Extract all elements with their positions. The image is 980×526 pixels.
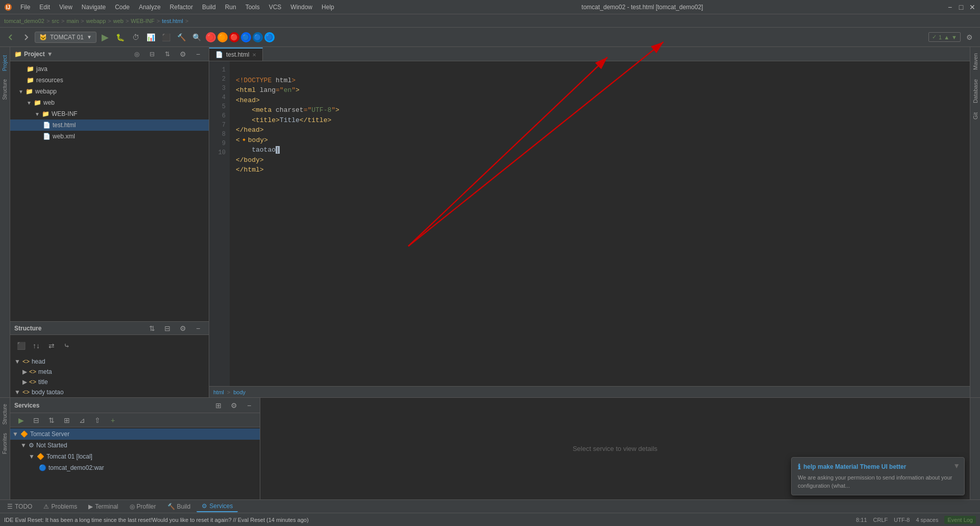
struct-item-head[interactable]: ▼ <> head	[10, 356, 209, 367]
notification-close-button[interactable]: ▼	[953, 462, 960, 470]
breadcrumb-item-0[interactable]: tomcat_demo02	[4, 18, 44, 24]
tab-problems[interactable]: ⚠ Problems	[38, 501, 82, 512]
sort2-button[interactable]: ⊟	[161, 322, 174, 335]
tab-terminal[interactable]: ▶ Terminal	[83, 501, 123, 512]
services-expand-button[interactable]: ⊞	[212, 399, 225, 412]
svc-filter-button[interactable]: ⊿	[76, 414, 89, 427]
tree-item-test-html[interactable]: 📄 test.html	[10, 119, 209, 131]
favorites-side-tab[interactable]: Favorites	[1, 429, 9, 458]
services-hide-button[interactable]: −	[242, 399, 256, 412]
tab-services[interactable]: ⚙ Services	[197, 501, 238, 512]
search-everywhere-button[interactable]: 🔍	[190, 31, 204, 44]
tree-item-webapp[interactable]: ▼ 📁 webapp	[10, 86, 209, 97]
sort-structure-button[interactable]: ⇅	[145, 322, 159, 335]
maximize-button[interactable]: □	[958, 4, 965, 11]
struct-item-meta[interactable]: ▶ <> meta	[10, 367, 209, 377]
edge-icon[interactable]: 🔵	[253, 32, 263, 42]
sort-button[interactable]: ⇅	[161, 47, 174, 61]
indent-setting[interactable]: 4 spaces	[916, 517, 938, 523]
hide-project-button[interactable]: −	[191, 47, 205, 61]
menu-window[interactable]: Window	[286, 2, 316, 12]
breadcrumb-item-1[interactable]: src	[52, 18, 59, 24]
run-button[interactable]: ▶	[99, 31, 112, 44]
menu-help[interactable]: Help	[317, 2, 338, 12]
breadcrumb-item-5[interactable]: WEB-INF	[131, 18, 154, 24]
svc-tomcat-server[interactable]: ▼ 🔶 Tomcat Server	[10, 428, 260, 440]
menu-edit[interactable]: Edit	[35, 2, 54, 12]
tab-todo[interactable]: ☰ TODO	[2, 501, 37, 512]
struct-item-body[interactable]: ▼ <> body taotao	[10, 387, 209, 397]
back-button[interactable]	[4, 31, 17, 44]
breadcrumb-item-3[interactable]: webapp	[86, 18, 106, 24]
breadcrumb-item-6[interactable]: test.html	[162, 18, 183, 24]
line-separator[interactable]: CRLF	[873, 517, 888, 523]
debug-button[interactable]: 🐛	[114, 31, 127, 44]
event-log-button[interactable]: Event Log	[944, 516, 976, 524]
svc-add-button[interactable]: +	[106, 414, 119, 427]
git-tab[interactable]: Git	[971, 108, 979, 124]
menu-code[interactable]: Code	[111, 2, 134, 12]
editor-bc-body[interactable]: body	[233, 389, 246, 395]
svc-collapse-button[interactable]: ⊟	[30, 414, 43, 427]
project-tab[interactable]: Project	[1, 51, 9, 75]
svc-tomcat-local[interactable]: ▼ 🔶 Tomcat 01 [local]	[10, 451, 260, 462]
tree-item-java[interactable]: 📁 java	[10, 63, 209, 75]
minimize-button[interactable]: −	[946, 4, 953, 11]
maven-tab[interactable]: Maven	[971, 49, 979, 74]
encoding[interactable]: UTF-8	[894, 517, 910, 523]
cursor-position[interactable]: 8:11	[856, 517, 867, 523]
tree-item-webinf[interactable]: ▼ 📁 WEB-INF	[10, 108, 209, 119]
tree-item-web[interactable]: ▼ 📁 web	[10, 97, 209, 108]
firefox-icon[interactable]: 🟠	[217, 32, 228, 42]
tomcat-selector[interactable]: 🐱 TOMCAT 01 ▼	[35, 32, 96, 43]
database-tab[interactable]: Database	[971, 75, 979, 107]
svc-run-button[interactable]: ▶	[14, 414, 28, 427]
hide-structure-button[interactable]: −	[191, 322, 205, 335]
locate-file-button[interactable]: ◎	[130, 47, 143, 61]
safari-icon[interactable]: 🔵	[264, 32, 275, 42]
struct-icon-2[interactable]: ↑↓	[30, 339, 43, 352]
tab-test-html[interactable]: 📄 test.html ✕	[209, 47, 263, 61]
tab-profiler[interactable]: ◎ Profiler	[125, 501, 161, 512]
tree-item-web-xml[interactable]: 📄 web.xml	[10, 131, 209, 142]
status-message[interactable]: IDE Eval Reset: It has been a long time …	[4, 517, 309, 523]
struct-icon-1[interactable]: ⬛	[14, 339, 28, 352]
svc-not-started[interactable]: ▼ ⚙ Not Started	[10, 440, 260, 451]
menu-tools[interactable]: Tools	[241, 2, 264, 12]
struct-icon-4[interactable]: ⤷	[60, 339, 74, 352]
code-content[interactable]: <!DOCTYPE html> <html lang="en"> <head> …	[230, 61, 970, 386]
menu-navigate[interactable]: Navigate	[78, 2, 110, 12]
scroll-up-icon[interactable]: ▲	[944, 34, 949, 40]
breadcrumb-item-4[interactable]: web	[113, 18, 124, 24]
build-button[interactable]: 🔨	[175, 31, 188, 44]
breadcrumb-item-2[interactable]: main	[66, 18, 79, 24]
services-settings-button[interactable]: ⚙	[227, 399, 240, 412]
menu-file[interactable]: File	[16, 2, 34, 12]
opera-icon[interactable]: 🔴	[229, 32, 239, 42]
editor-bc-html[interactable]: html	[213, 389, 224, 395]
code-editor[interactable]: 1 2 3 4 5 6 7 8 9 10 <!DOCTYPE html> <ht…	[209, 61, 970, 386]
tree-item-resources[interactable]: 📁 resources	[10, 75, 209, 86]
forward-button[interactable]	[19, 31, 33, 44]
menu-refactor[interactable]: Refactor	[166, 2, 197, 12]
structure-tab-vert[interactable]: Structure	[1, 75, 9, 104]
menu-vcs[interactable]: VCS	[265, 2, 286, 12]
scroll-down-icon[interactable]: ▼	[951, 34, 957, 40]
project-settings-button[interactable]: ⚙	[176, 47, 189, 61]
structure-settings-button[interactable]: ⚙	[176, 322, 189, 335]
menu-build[interactable]: Build	[198, 2, 220, 12]
svc-group-button[interactable]: ⊞	[60, 414, 74, 427]
struct-icon-3[interactable]: ⇄	[45, 339, 58, 352]
ie-icon[interactable]: 🔵	[241, 32, 251, 42]
chrome-icon[interactable]: 🔴	[206, 32, 216, 42]
profile-button[interactable]: ⏱	[129, 31, 142, 44]
settings-button[interactable]: ⚙	[963, 31, 976, 44]
project-dropdown-icon[interactable]: ▼	[47, 51, 53, 58]
menu-analyze[interactable]: Analyze	[135, 2, 165, 12]
structure-side-tab[interactable]: Structure	[1, 400, 9, 429]
menu-run[interactable]: Run	[221, 2, 240, 12]
collapse-all-button[interactable]: ⊟	[145, 47, 159, 61]
coverage-button[interactable]: 📊	[144, 31, 158, 44]
tab-build[interactable]: 🔨 Build	[162, 501, 196, 512]
svc-jump-button[interactable]: ⇧	[91, 414, 104, 427]
